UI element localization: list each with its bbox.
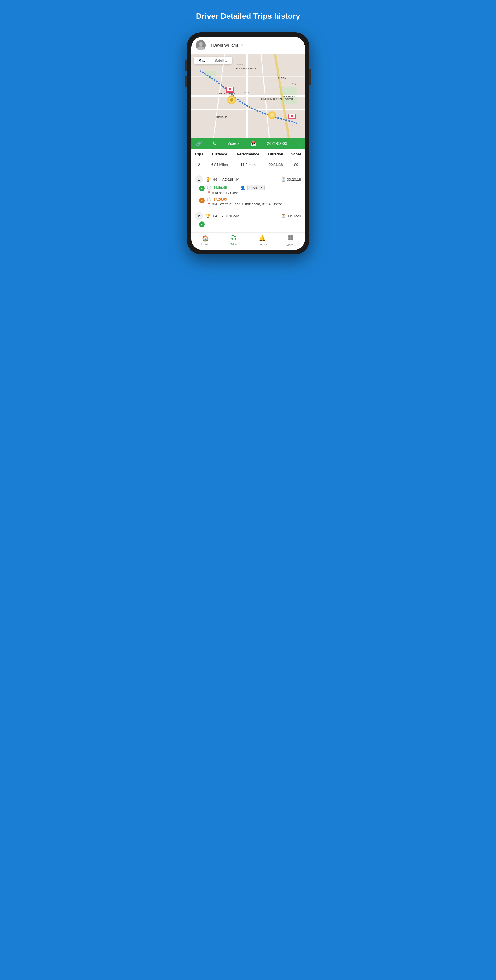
share-icon[interactable]: 🔗 bbox=[196, 140, 202, 146]
videos-label[interactable]: Videos bbox=[227, 141, 240, 146]
trip1-privacy-badge[interactable]: Private ▾ bbox=[247, 185, 265, 190]
trip1-end-location: 864 Stratford Road, Birmingham, B11 4, U… bbox=[212, 202, 285, 206]
svg-rect-41 bbox=[288, 238, 291, 240]
svg-point-29 bbox=[270, 113, 274, 118]
svg-text:REHOLE: REHOLE bbox=[216, 116, 227, 119]
map-toggle-satellite[interactable]: Satellite bbox=[210, 57, 232, 64]
trip1-privacy-label: Private bbox=[250, 186, 259, 189]
svg-rect-40 bbox=[291, 235, 293, 238]
nav-events-label: Events bbox=[258, 242, 267, 246]
svg-point-1 bbox=[199, 42, 203, 46]
trip2-header-row: 2 🏆 64 AD61BNM ⏳ 00:16:20 bbox=[195, 212, 301, 220]
calendar-icon[interactable]: 📅 bbox=[250, 140, 256, 146]
download-icon[interactable]: ↓ bbox=[298, 141, 300, 146]
volume-up-button bbox=[185, 60, 187, 72]
map-container: Map Satellite bbox=[191, 54, 305, 138]
svg-text:KINETON GREEN: KINETON GREEN bbox=[261, 98, 282, 100]
nav-home-label: Home bbox=[201, 242, 209, 246]
trip2-start-dot: ▶ bbox=[199, 221, 205, 227]
user-tag-icon: 👤 bbox=[240, 186, 245, 190]
trip1-plate: AD61BNM bbox=[222, 177, 239, 181]
trips-summary-table: Trips Distance Performance Duration Scor… bbox=[191, 149, 305, 170]
trip1-start-location: 6 Rushbury Close bbox=[212, 191, 238, 195]
svg-point-26 bbox=[230, 98, 234, 102]
trip2-start-row: ▶ bbox=[195, 221, 301, 227]
trip2-trophy-icon: 🏆 bbox=[206, 214, 210, 218]
avatar-image bbox=[196, 40, 206, 50]
trip-item-1[interactable]: 1 🏆 96 AD61BNM ⏳ 00:20:18 ▶ bbox=[191, 173, 305, 209]
trip1-number: 1 bbox=[195, 175, 203, 183]
trip2-plate: AD61BNM bbox=[222, 214, 239, 218]
bar-date: 2021-02-06 bbox=[267, 141, 287, 146]
trip1-start-details: 🕐 16:59:45 👤 Private ▾ 📍 bbox=[207, 185, 301, 195]
svg-rect-42 bbox=[291, 238, 293, 240]
trip2-duration-container: ⏳ 00:16:20 bbox=[281, 214, 301, 218]
nav-trips-label: Trips bbox=[230, 243, 237, 246]
svg-text:GREEN: GREEN bbox=[285, 98, 293, 100]
map-toggle-map[interactable]: Map bbox=[194, 57, 210, 64]
trip1-start: ▶ 🕐 16:59:45 👤 Private ▾ bbox=[199, 185, 301, 195]
summary-distance: 6.84 Miles bbox=[207, 159, 232, 170]
header-greeting: Hi David William! bbox=[208, 43, 238, 48]
col-performance: Performance bbox=[232, 149, 264, 159]
nav-events[interactable]: 🔔 Events bbox=[248, 235, 277, 247]
col-distance: Distance bbox=[207, 149, 232, 159]
nav-trips[interactable]: Trips bbox=[220, 235, 248, 247]
svg-rect-39 bbox=[288, 235, 291, 238]
svg-text:ULVERLEY: ULVERLEY bbox=[283, 95, 295, 98]
app-header: Hi David William! ▾ bbox=[191, 37, 305, 54]
volume-down-button bbox=[185, 76, 187, 87]
trip1-start-time: 16:59:45 bbox=[213, 186, 227, 190]
trip1-end-details: 🕐 17:20:03 📍 864 Stratford Road, Birming… bbox=[207, 197, 301, 206]
header-dropdown-arrow[interactable]: ▾ bbox=[241, 43, 243, 47]
summary-score: 80 bbox=[288, 159, 305, 170]
trip2-duration: 00:16:20 bbox=[287, 214, 301, 218]
clock-icon-end: 🕐 bbox=[207, 197, 211, 201]
summary-performance: 11.2 mph bbox=[232, 159, 264, 170]
svg-text:OLTON: OLTON bbox=[278, 77, 286, 80]
nav-more[interactable]: More.. bbox=[277, 235, 305, 247]
trip1-timeline: ▶ 🕐 16:59:45 👤 Private ▾ bbox=[195, 185, 301, 206]
hourglass-icon: ⏳ bbox=[281, 177, 286, 181]
user-avatar[interactable] bbox=[196, 40, 206, 50]
svg-text:A41: A41 bbox=[292, 83, 296, 85]
trip1-end-time: 17:20:03 bbox=[213, 197, 227, 201]
dropdown-icon: ▾ bbox=[261, 186, 262, 189]
trip2-hourglass-icon: ⏳ bbox=[281, 214, 286, 218]
refresh-icon[interactable]: ↻ bbox=[213, 140, 217, 146]
pin-icon-end: 📍 bbox=[207, 202, 211, 206]
summary-trips: 2 bbox=[191, 159, 207, 170]
trip1-header-row: 1 🏆 96 AD61BNM ⏳ 00:20:18 bbox=[195, 175, 301, 183]
svg-rect-23 bbox=[227, 92, 232, 94]
trip1-score: 96 bbox=[213, 177, 217, 181]
phone-screen: Hi David William! ▾ Map Satellite bbox=[191, 37, 305, 250]
summary-row: 2 6.84 Miles 11.2 mph 00:36:38 80 bbox=[191, 159, 305, 170]
phone-frame: Hi David William! ▾ Map Satellite bbox=[187, 32, 310, 255]
bottom-nav: 🏠 Home Trips 🔔 bbox=[191, 232, 305, 250]
col-score: Score bbox=[288, 149, 305, 159]
trip-item-2[interactable]: 2 🏆 64 AD61BNM ⏳ 00:16:20 ▶ bbox=[191, 209, 305, 230]
pin-icon-start: 📍 bbox=[207, 191, 211, 195]
trip1-end-dot: ✉ bbox=[199, 198, 205, 204]
summary-duration: 00:36:38 bbox=[264, 159, 288, 170]
trip2-number: 2 bbox=[195, 212, 203, 220]
map-toggle[interactable]: Map Satellite bbox=[194, 57, 232, 64]
nav-home[interactable]: 🏠 Home bbox=[191, 235, 220, 247]
trips-icon bbox=[231, 235, 237, 242]
home-icon: 🏠 bbox=[202, 235, 209, 242]
svg-point-22 bbox=[229, 88, 231, 91]
clock-icon: 🕐 bbox=[207, 186, 211, 190]
map-svg: ACOCKS GREEN OLTON HALL GREEN KINETON GR… bbox=[191, 54, 305, 138]
more-icon bbox=[288, 235, 294, 242]
svg-text:ACOCKS GREEN: ACOCKS GREEN bbox=[236, 67, 256, 70]
trip1-start-row: 🕐 16:59:45 👤 Private ▾ bbox=[207, 185, 301, 190]
trip1-end: ✉ 🕐 17:20:03 📍 864 Stratford Road, Birmi… bbox=[199, 197, 301, 206]
trip1-start-location-row: 📍 6 Rushbury Close bbox=[207, 191, 301, 195]
trip1-end-row: 🕐 17:20:03 bbox=[207, 197, 301, 201]
col-duration: Duration bbox=[264, 149, 288, 159]
events-icon: 🔔 bbox=[259, 235, 266, 242]
page-title: Driver Detailed Trips history bbox=[196, 11, 300, 21]
trip1-start-dot: ▶ bbox=[199, 186, 205, 191]
trip1-duration: 00:20:18 bbox=[287, 177, 301, 181]
trip1-trophy-icon: 🏆 bbox=[206, 177, 210, 181]
